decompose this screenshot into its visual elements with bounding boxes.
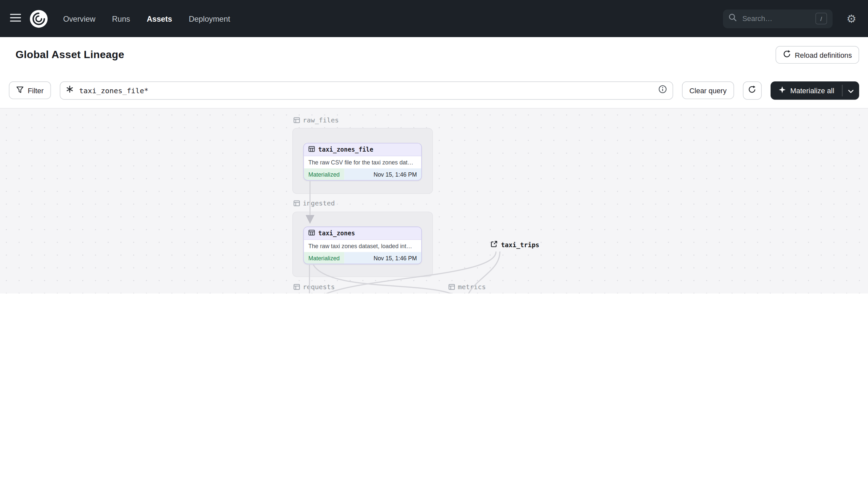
group-label-ingested: ingested [293, 200, 335, 207]
gear-icon: ⚙ [846, 12, 856, 25]
hamburger-menu-button[interactable] [9, 12, 22, 25]
materialize-options-toggle[interactable] [843, 81, 859, 100]
sparkle-icon [778, 86, 786, 95]
group-name: metrics [458, 283, 486, 291]
external-asset-taxi-trips[interactable]: taxi_trips [491, 240, 539, 250]
top-navigation-bar: Overview Runs Assets Deployment / ⚙ [0, 0, 868, 37]
materialize-all-button[interactable]: Materialize all [770, 81, 842, 100]
asset-node-header: taxi_zones [304, 227, 421, 240]
refresh-lineage-button[interactable] [743, 81, 761, 100]
asset-description: The raw taxi zones dataset, loaded int… [304, 240, 421, 252]
external-asset-name: taxi_trips [501, 241, 539, 249]
dagster-logo-icon [29, 8, 49, 29]
nav-item-assets[interactable]: Assets [147, 14, 172, 23]
external-link-icon [491, 240, 498, 250]
asset-node-footer: Materialized Nov 15, 1:46 PM [304, 252, 421, 263]
asset-name: taxi_zones_file [318, 146, 373, 153]
asset-selection-field [60, 81, 673, 100]
nav-item-overview[interactable]: Overview [63, 14, 95, 23]
lineage-canvas[interactable]: raw_files ingested requests metrics [0, 108, 868, 293]
lineage-edges [0, 109, 868, 293]
group-icon [293, 200, 300, 206]
table-icon [308, 144, 315, 154]
info-icon[interactable] [658, 85, 667, 96]
materialization-timestamp: Nov 15, 1:46 PM [344, 168, 421, 180]
group-icon [293, 117, 300, 123]
settings-button[interactable]: ⚙ [844, 11, 859, 26]
materialize-all-label: Materialize all [790, 86, 834, 94]
asset-selection-input[interactable] [78, 86, 654, 95]
group-name: raw_files [303, 116, 339, 124]
reload-definitions-button[interactable]: Reload definitions [776, 46, 859, 64]
funnel-icon [16, 86, 24, 95]
dagster-app: Overview Runs Assets Deployment / ⚙ Glob… [0, 0, 868, 293]
group-label-raw-files: raw_files [293, 116, 339, 124]
filter-label: Filter [28, 86, 43, 94]
status-badge: Materialized [304, 252, 344, 263]
search-icon [729, 14, 737, 24]
group-label-requests: requests [293, 283, 335, 291]
status-badge: Materialized [304, 168, 344, 180]
asset-node-taxi-zones[interactable]: taxi_zones The raw taxi zones dataset, l… [303, 226, 422, 264]
materialize-split-button: Materialize all [770, 81, 859, 100]
group-label-metrics: metrics [448, 283, 486, 291]
asset-description: The raw CSV file for the taxi zones dat… [304, 156, 421, 168]
hamburger-icon [10, 13, 21, 24]
refresh-icon [748, 85, 756, 96]
materialization-timestamp: Nov 15, 1:46 PM [344, 252, 421, 263]
primary-nav: Overview Runs Assets Deployment [63, 14, 230, 23]
chevron-down-icon [848, 85, 854, 95]
lineage-toolbar: Filter Clear query Materialize [0, 72, 868, 108]
clear-query-button[interactable]: Clear query [682, 81, 734, 99]
group-name: requests [303, 283, 335, 291]
nav-item-deployment[interactable]: Deployment [189, 14, 230, 23]
refresh-icon [783, 50, 791, 60]
group-icon [448, 284, 455, 290]
page-header: Global Asset Lineage Reload definitions [0, 37, 868, 72]
group-icon [293, 284, 300, 290]
asset-name: taxi_zones [318, 229, 355, 237]
search-input[interactable] [741, 14, 811, 23]
nav-item-runs[interactable]: Runs [112, 14, 130, 23]
reload-definitions-label: Reload definitions [795, 51, 852, 59]
asset-node-taxi-zones-file[interactable]: taxi_zones_file The raw CSV file for the… [303, 143, 422, 181]
asset-node-header: taxi_zones_file [304, 143, 421, 156]
table-icon [308, 228, 315, 238]
op-selector-icon [66, 85, 74, 95]
asset-node-footer: Materialized Nov 15, 1:46 PM [304, 168, 421, 180]
filter-button[interactable]: Filter [9, 81, 51, 99]
global-search: / [723, 9, 833, 28]
clear-query-label: Clear query [689, 86, 726, 94]
slash-shortcut-badge: / [816, 13, 827, 24]
page-title: Global Asset Lineage [15, 49, 124, 61]
group-name: ingested [303, 200, 335, 207]
